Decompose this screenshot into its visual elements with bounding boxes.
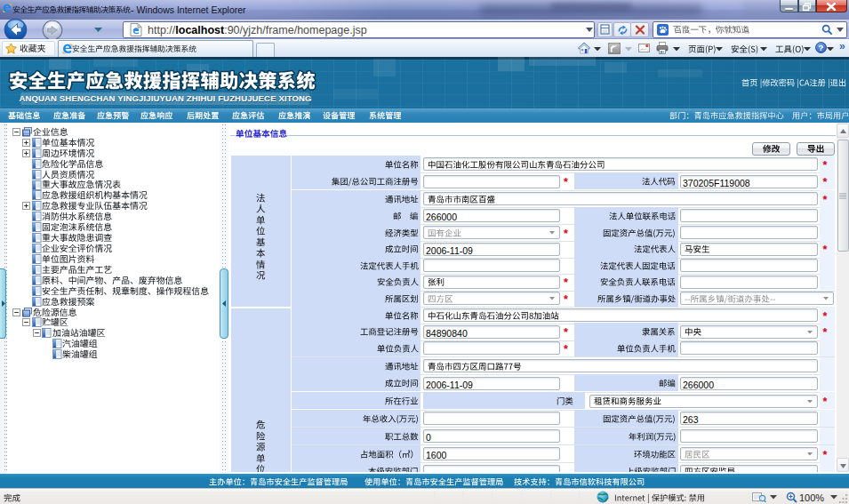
svg-text:?: ? — [819, 43, 824, 52]
